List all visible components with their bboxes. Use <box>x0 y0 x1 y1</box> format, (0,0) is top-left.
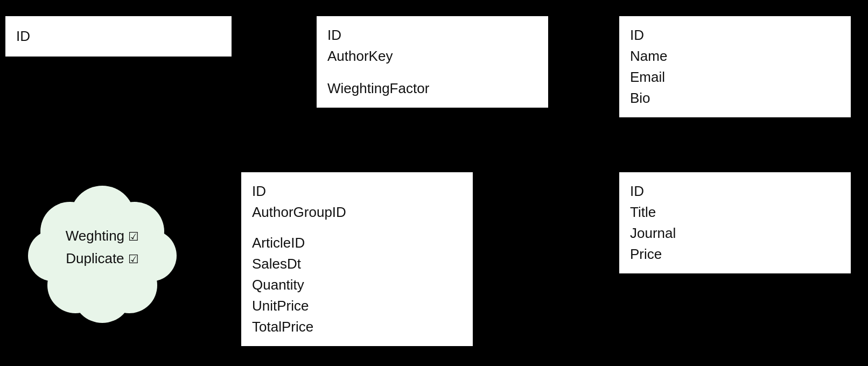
table-author: ID Name Email Bio <box>619 16 851 117</box>
field-s-id: ID <box>252 181 462 202</box>
table-sales: ID AuthorGroupID ArticleID SalesDt Quant… <box>241 172 473 346</box>
field-ar-id: ID <box>630 181 840 202</box>
cloud-weghting-label: Weghting <box>66 228 124 244</box>
field-ar-title: Title <box>630 202 840 223</box>
field-s-totalprice: TotalPrice <box>252 316 462 337</box>
field-s-unitprice: UnitPrice <box>252 295 462 316</box>
field-s-salesdt: SalesDt <box>252 254 462 274</box>
field-ar-journal: Journal <box>630 223 840 244</box>
cloud-duplicate-check: ☑ <box>128 250 139 269</box>
field-a-email: Email <box>630 67 840 88</box>
cloud-weghting-check: ☑ <box>128 227 139 246</box>
table-id-only: ID <box>5 16 232 57</box>
field-ag-id: ID <box>327 25 537 46</box>
diagram-container: ID ID AuthorKey WieghtingFactor ID Name … <box>0 0 868 366</box>
field-s-articleid: ArticleID <box>252 233 462 254</box>
field-id: ID <box>16 26 221 47</box>
field-a-id: ID <box>630 25 840 46</box>
cloud-shape: Weghting ☑ Duplicate ☑ <box>11 156 194 339</box>
cloud-duplicate-label: Duplicate <box>66 250 124 266</box>
field-ag-weighting: WieghtingFactor <box>327 78 537 99</box>
field-s-authorgroupid: AuthorGroupID <box>252 202 462 223</box>
table-article: ID Title Journal Price <box>619 172 851 273</box>
field-ar-price: Price <box>630 244 840 265</box>
table-author-group: ID AuthorKey WieghtingFactor <box>317 16 548 108</box>
cloud-text: Weghting ☑ Duplicate ☑ <box>66 225 139 270</box>
svg-point-8 <box>73 264 132 323</box>
field-s-quantity: Quantity <box>252 274 462 295</box>
field-a-bio: Bio <box>630 88 840 109</box>
field-a-name: Name <box>630 46 840 67</box>
field-ag-authorkey: AuthorKey <box>327 46 537 67</box>
